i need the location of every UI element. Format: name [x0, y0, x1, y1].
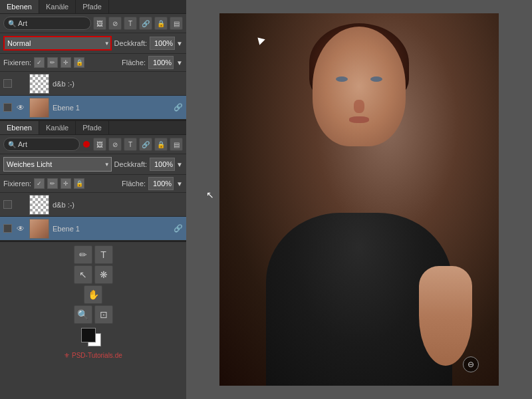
tool-text[interactable]: T: [94, 245, 113, 264]
layer-name-dab-bottom: d&b :-): [53, 201, 183, 209]
layer-thumb-ebene1-bottom: [29, 219, 49, 239]
layer-name-ebene1-bottom: Ebene 1: [53, 225, 170, 233]
icon-btn-link-top[interactable]: 🔗: [139, 17, 152, 30]
search-icon-bottom: 🔍: [8, 141, 16, 148]
layer-name-dab-top: d&b :-): [53, 80, 183, 88]
layer-thumb-dab-top: [29, 74, 49, 94]
portrait-skin: [313, 27, 406, 146]
opacity-arrow-bottom[interactable]: ▼: [176, 161, 183, 168]
panel-tabs-top: Ebenen Kanäle Pfade: [0, 0, 186, 14]
layer-name-ebene1-top: Ebene 1: [53, 104, 170, 112]
fill-input-top[interactable]: [148, 56, 174, 69]
red-indicator: [83, 141, 90, 148]
opacity-row-top: ▼: [150, 37, 183, 50]
opacity-label-top: Deckkraft:: [114, 39, 148, 47]
opacity-arrow-top[interactable]: ▼: [176, 40, 183, 47]
tool-crop[interactable]: ⊡: [94, 305, 113, 324]
lips: [349, 116, 369, 123]
search-input-bottom[interactable]: [18, 140, 75, 148]
tab-pfade-bottom[interactable]: Pfade: [76, 121, 109, 134]
blend-mode-select-wrapper-bottom[interactable]: Weiches Licht Normal ▼: [3, 157, 112, 172]
tool-zoom[interactable]: 🔍: [74, 305, 92, 324]
blend-mode-select-top[interactable]: Normal Weiches Licht: [3, 36, 112, 51]
search-input-top[interactable]: [18, 19, 86, 27]
fix-icon-move-bottom[interactable]: ✛: [61, 178, 71, 189]
layer-eye-dab-bottom[interactable]: [15, 200, 26, 210]
zoom-badge[interactable]: ⊖: [463, 356, 479, 372]
layer-eye-ebene1-bottom[interactable]: 👁: [15, 223, 26, 234]
icon-btn-image-bottom[interactable]: 🖼: [93, 138, 106, 151]
layer-checkbox-ebene1-bottom[interactable]: [3, 224, 12, 233]
search-row-top: 🔍 🖼 ⊘ T 🔗 🔒 ▤: [0, 14, 186, 33]
icon-btn-text-bottom[interactable]: T: [124, 138, 137, 151]
tool-pencil[interactable]: ✏: [74, 245, 92, 264]
search-box-top[interactable]: 🔍: [3, 17, 91, 30]
layer-checkbox-dab-bottom[interactable]: [3, 200, 12, 209]
canvas-image[interactable]: ⊖: [219, 13, 499, 386]
blend-mode-select-wrapper-top[interactable]: Normal Weiches Licht ▼: [3, 36, 112, 51]
canvas-area: ⊖ ↖: [186, 0, 532, 399]
foreground-color-swatch[interactable]: [81, 328, 96, 342]
tool-hand[interactable]: ✋: [84, 285, 102, 304]
fix-icon-lock-top[interactable]: 🔒: [74, 57, 84, 68]
layer-checkbox-dab-top[interactable]: [3, 79, 12, 88]
tab-ebenen-bottom[interactable]: Ebenen: [0, 121, 39, 134]
fill-arrow-bottom[interactable]: ▼: [176, 180, 183, 188]
zoom-icon: ⊖: [467, 360, 474, 369]
icon-btn-lock-top[interactable]: 🔒: [154, 17, 168, 30]
fix-icon-check-bottom[interactable]: ✓: [34, 178, 45, 189]
layer-item-ebene1-top[interactable]: 👁 Ebene 1 🔗: [0, 96, 186, 120]
blend-row-top: Normal Weiches Licht ▼ Deckkraft: ▼: [0, 33, 186, 54]
tab-kanaele-bottom[interactable]: Kanäle: [39, 121, 76, 134]
fill-input-bottom[interactable]: [148, 177, 174, 190]
tool-select[interactable]: ↖: [74, 265, 92, 284]
icon-btn-circle-top[interactable]: ⊘: [108, 17, 122, 30]
icon-btn-lock-bottom[interactable]: 🔒: [154, 138, 168, 151]
opacity-row-bottom: ▼: [150, 158, 183, 171]
watermark: ⚜ PSD-Tutorials.de: [63, 349, 124, 362]
tool-transform[interactable]: ❋: [94, 265, 113, 284]
opacity-input-top[interactable]: [150, 37, 175, 50]
icon-btn-more-bottom[interactable]: ▤: [170, 138, 183, 151]
layer-thumb-dab-bottom: [29, 195, 49, 215]
blend-row-bottom: Weiches Licht Normal ▼ Deckkraft: ▼: [0, 154, 186, 175]
eye-right: [370, 76, 382, 82]
eye-left: [336, 76, 348, 82]
fix-icon-check-top[interactable]: ✓: [34, 57, 45, 68]
tools-panel: ✏ T ↖ ❋ ✋ 🔍 ⊡ ⚜ PSD-Tutorials.de: [0, 242, 186, 399]
fix-row-bottom: Fixieren: ✓ ✏ ✛ 🔒 Fläche: ▼: [0, 175, 186, 193]
nose: [354, 100, 364, 113]
color-boxes: [81, 328, 105, 348]
fix-icon-move-top[interactable]: ✛: [61, 57, 71, 68]
fill-label-top: Fläche:: [122, 59, 146, 66]
fix-label-bottom: Fixieren:: [3, 180, 31, 188]
fix-label-top: Fixieren:: [3, 59, 31, 66]
icon-btn-text-top[interactable]: T: [124, 17, 137, 30]
layer-item-ebene1-bottom[interactable]: 👁 Ebene 1 🔗: [0, 217, 186, 241]
icon-btn-image-top[interactable]: 🖼: [93, 17, 106, 30]
layer-item-dab-bottom[interactable]: d&b :-): [0, 193, 186, 217]
fix-icon-pencil-top[interactable]: ✏: [47, 57, 58, 68]
fill-arrow-top[interactable]: ▼: [176, 59, 183, 66]
layer-thumb-ebene1-top: [29, 98, 49, 118]
blend-mode-select-bottom[interactable]: Weiches Licht Normal: [3, 157, 112, 172]
watermark-logo: ⚜: [64, 352, 70, 359]
tab-pfade-top[interactable]: Pfade: [76, 0, 109, 13]
search-box-bottom[interactable]: 🔍: [3, 138, 80, 151]
fix-icon-pencil-bottom[interactable]: ✏: [47, 178, 58, 189]
layer-checkbox-ebene1-top[interactable]: [3, 103, 12, 112]
icon-btn-circle-bottom[interactable]: ⊘: [108, 138, 122, 151]
layer-item-dab-top[interactable]: d&b :-): [0, 72, 186, 96]
search-row-bottom: 🔍 🖼 ⊘ T 🔗 🔒 ▤: [0, 135, 186, 154]
layer-eye-dab-top[interactable]: [15, 78, 26, 89]
tab-ebenen-top[interactable]: Ebenen: [0, 0, 39, 13]
tab-kanaele-top[interactable]: Kanäle: [39, 0, 76, 13]
fix-row-top: Fixieren: ✓ ✏ ✛ 🔒 Fläche: ▼: [0, 54, 186, 72]
opacity-input-bottom[interactable]: [150, 158, 175, 171]
fix-icon-lock-bottom[interactable]: 🔒: [74, 178, 84, 189]
icon-btn-link-bottom[interactable]: 🔗: [139, 138, 152, 151]
layer-link-icon-bottom: 🔗: [174, 224, 183, 233]
layer-eye-ebene1-top[interactable]: 👁: [15, 102, 26, 113]
watermark-text: PSD-Tutorials.de: [72, 352, 122, 359]
icon-btn-more-top[interactable]: ▤: [170, 17, 183, 30]
